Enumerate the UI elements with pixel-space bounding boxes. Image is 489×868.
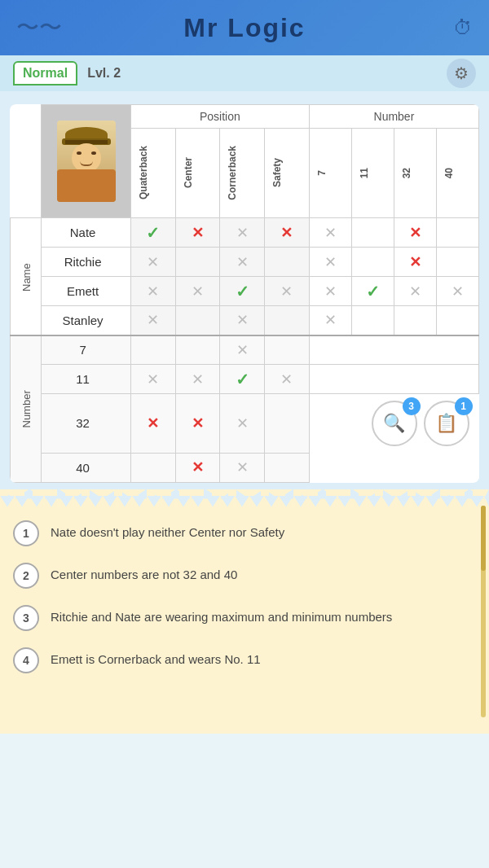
app-header: 〜〜 Mr Logic ⏱ [0, 0, 489, 55]
clue-item-4: 4 Emett is Cornerback and wears No. 11 [13, 647, 476, 673]
ritchie-center[interactable] [175, 248, 220, 277]
magnify-count: 3 [403, 397, 421, 415]
stanley-center[interactable] [175, 306, 220, 335]
emett-safety[interactable]: ✕ [265, 277, 310, 306]
stanley-quarterback[interactable]: ✕ [130, 306, 175, 335]
name-emett: Emett [42, 277, 131, 306]
n11-cornerback[interactable]: ✓ [220, 365, 265, 394]
n40-center[interactable]: ✕ [175, 453, 220, 482]
table-row-num7: Number 7 ✕ [11, 335, 479, 365]
num-40: 40 [42, 453, 131, 482]
emett-7[interactable]: ✕ [309, 277, 351, 306]
col-cornerback: Cornerback [220, 129, 265, 218]
name-nate: Nate [42, 218, 131, 248]
ritchie-safety[interactable] [265, 248, 310, 277]
n40-safety[interactable] [265, 453, 310, 482]
n11-center[interactable]: ✕ [175, 365, 220, 394]
nate-11[interactable] [351, 218, 394, 248]
emett-center[interactable]: ✕ [175, 277, 220, 306]
n7-quarterback[interactable] [130, 335, 175, 365]
emett-32[interactable]: ✕ [394, 277, 436, 306]
logic-table: Position Number Quaterback Center Corner… [10, 104, 479, 483]
n32-safety[interactable] [265, 394, 310, 454]
table-row-stanley: Stanley ✕ ✕ ✕ [11, 306, 479, 335]
table-row-num11: 11 ✕ ✕ ✓ ✕ [11, 365, 479, 394]
n7-7 [309, 335, 478, 365]
stanley-32[interactable] [394, 306, 436, 335]
emett-11[interactable]: ✓ [351, 277, 394, 306]
n7-safety[interactable] [265, 335, 310, 365]
num-7: 7 [42, 335, 131, 365]
n32-quarterback[interactable]: ✕ [130, 394, 175, 454]
clipboard-badge[interactable]: 1 📋 [424, 401, 469, 446]
n40-cornerback[interactable]: ✕ [220, 453, 265, 482]
col-quarterback: Quaterback [130, 129, 175, 218]
stanley-40[interactable] [436, 306, 478, 335]
clue-number-1: 1 [13, 520, 39, 546]
nate-40[interactable] [436, 218, 478, 248]
ritchie-cornerback[interactable]: ✕ [220, 248, 265, 277]
ritchie-40[interactable] [436, 248, 478, 277]
hint-badges-cell: 3 🔍 1 📋 [309, 394, 478, 454]
name-stanley: Stanley [42, 306, 131, 335]
main-content: Position Number Quaterback Center Corner… [0, 91, 489, 489]
stanley-7[interactable]: ✕ [309, 306, 351, 335]
magnify-badge[interactable]: 3 🔍 [372, 401, 417, 446]
nate-center[interactable]: ✕ [175, 218, 220, 248]
clue-text-2: Center numbers are not 32 and 40 [51, 563, 237, 583]
app-title: Mr Logic [183, 13, 305, 43]
clue-number-2: 2 [13, 563, 39, 589]
nate-cornerback[interactable]: ✕ [220, 218, 265, 248]
clue-number-3: 3 [13, 605, 39, 631]
n7-cornerback[interactable]: ✕ [220, 335, 265, 365]
category-header-row: Position Number [11, 105, 479, 129]
nate-7[interactable]: ✕ [309, 218, 351, 248]
number-group-header: Number [309, 105, 478, 129]
table-row-ritchie: Ritchie ✕ ✕ ✕ ✕ [11, 248, 479, 277]
num-11: 11 [42, 365, 131, 394]
stanley-11[interactable] [351, 306, 394, 335]
emett-quarterback[interactable]: ✕ [130, 277, 175, 306]
ritchie-11[interactable] [351, 248, 394, 277]
emett-cornerback[interactable]: ✓ [220, 277, 265, 306]
emett-40[interactable]: ✕ [436, 277, 478, 306]
table-row-num40: 40 ✕ ✕ [11, 453, 479, 482]
scrollbar-thumb[interactable] [481, 506, 486, 571]
n32-cornerback[interactable]: ✕ [220, 394, 265, 454]
table-row-emett: Emett ✕ ✕ ✓ ✕ ✕ ✓ ✕ ✕ [11, 277, 479, 306]
stanley-safety[interactable] [265, 306, 310, 335]
clues-section: 1 Nate doesn't play neither Center nor S… [0, 489, 489, 734]
clue-number-4: 4 [13, 647, 39, 673]
clue-item-1: 1 Nate doesn't play neither Center nor S… [13, 520, 476, 546]
clue-text-4: Emett is Cornerback and wears No. 11 [51, 647, 261, 668]
clue-text-3: Ritchie and Nate are wearing maximum and… [51, 605, 392, 625]
header-clock-icon: ⏱ [453, 16, 473, 39]
n32-center[interactable]: ✕ [175, 394, 220, 454]
table-row-num32: 32 ✕ ✕ ✕ 3 🔍 1 [11, 394, 479, 454]
ritchie-7[interactable]: ✕ [309, 248, 351, 277]
zigzag-divider [0, 496, 489, 507]
scrollbar[interactable] [481, 506, 486, 717]
nate-safety[interactable]: ✕ [265, 218, 310, 248]
number-group-label: Number [11, 335, 42, 483]
clipboard-icon: 📋 [435, 413, 457, 434]
bird-decoration-left: 〜〜 [16, 12, 62, 43]
hint-badges: 3 🔍 1 📋 [310, 394, 479, 453]
logic-table-container: Position Number Quaterback Center Corner… [10, 104, 479, 483]
col-40: 40 [436, 129, 478, 218]
n40-quarterback[interactable] [130, 453, 175, 482]
ritchie-quarterback[interactable]: ✕ [130, 248, 175, 277]
n7-center[interactable] [175, 335, 220, 365]
magnify-icon: 🔍 [383, 413, 405, 434]
n11-safety[interactable]: ✕ [265, 365, 310, 394]
clue-text-1: Nate doesn't play neither Center nor Saf… [51, 520, 284, 541]
settings-button[interactable]: ⚙ [447, 59, 476, 88]
name-ritchie: Ritchie [42, 248, 131, 277]
nate-quarterback[interactable]: ✓ [130, 218, 175, 248]
num-32: 32 [42, 394, 131, 454]
nate-32[interactable]: ✕ [394, 218, 436, 248]
stanley-cornerback[interactable]: ✕ [220, 306, 265, 335]
ritchie-32[interactable]: ✕ [394, 248, 436, 277]
position-group-header: Position [130, 105, 309, 129]
n11-quarterback[interactable]: ✕ [130, 365, 175, 394]
